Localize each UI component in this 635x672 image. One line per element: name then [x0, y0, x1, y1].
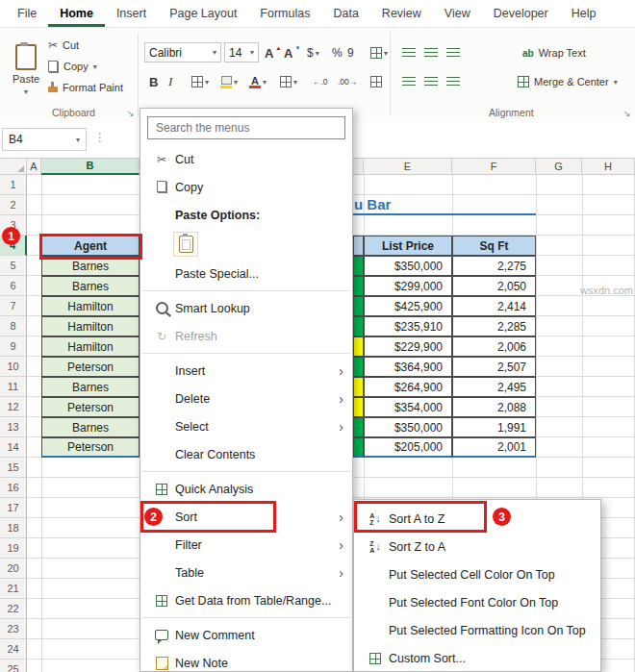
row-header-12[interactable]: 12 [0, 397, 27, 417]
paste-button[interactable]: Paste ▾ [6, 33, 46, 108]
sort-submenu-item-custom-sort[interactable]: Custom Sort... [354, 644, 600, 672]
merge-borders-button[interactable]: ▾ [277, 71, 300, 92]
cell-sqft: 2,050 [452, 276, 536, 296]
context-menu-item-smart-lookup[interactable]: Smart Lookup [140, 294, 352, 322]
borders-button[interactable]: ▾ [189, 71, 212, 92]
row-header-7[interactable]: 7 [0, 296, 27, 316]
sort-submenu-item-put-selected-font-color-on-top[interactable]: Put Selected Font Color On Top [354, 588, 600, 616]
row-header-5[interactable]: 5 [0, 256, 27, 276]
font-size-select[interactable]: 14 ▾ [224, 42, 259, 62]
tab-formulas[interactable]: Formulas [248, 0, 321, 27]
highlight-box-agent-cell [39, 234, 142, 260]
tab-data[interactable]: Data [321, 0, 369, 27]
align-left-button[interactable] [399, 71, 419, 92]
column-header-b[interactable]: B [41, 158, 140, 175]
context-menu-item-paste-special[interactable]: Paste Special... [140, 260, 352, 287]
copy-button[interactable]: Copy ▾ [48, 56, 123, 77]
row-header-10[interactable]: 10 [0, 357, 27, 377]
decrease-font-size-button[interactable]: A▼ [281, 42, 303, 63]
row-header-14[interactable]: 14 [0, 437, 27, 458]
column-header-a[interactable]: A [27, 158, 41, 175]
row-header-20[interactable]: 20 [0, 559, 27, 579]
font-color-button[interactable]: A ▾ [246, 71, 269, 92]
fill-color-button[interactable]: ▾ [217, 71, 241, 92]
accounting-format-button[interactable]: $ ▾ [304, 42, 322, 63]
align-top-button[interactable] [399, 42, 419, 63]
context-menu-item-filter[interactable]: Filter› [140, 531, 352, 559]
context-menu-item-insert[interactable]: Insert› [140, 357, 352, 385]
context-menu-item-new-note[interactable]: New Note [140, 649, 352, 672]
sort-submenu-item-sort-z-to-a[interactable]: ZA↓Sort Z to A [354, 533, 600, 560]
percent-style-button[interactable]: % [329, 42, 345, 63]
context-menu-item-clear-contents[interactable]: Clear Contents [140, 440, 352, 468]
row-header-11[interactable]: 11 [0, 377, 27, 397]
align-bottom-button[interactable] [444, 42, 463, 63]
alignment-dialog-launcher[interactable]: ↘ [623, 109, 631, 118]
row-header-9[interactable]: 9 [0, 336, 27, 357]
row-header-15[interactable]: 15 [0, 458, 27, 478]
collapsed-group-button[interactable]: ▾ [368, 42, 391, 63]
menu-search[interactable] [147, 116, 345, 139]
tab-home[interactable]: Home [48, 0, 105, 27]
row-header-17[interactable]: 17 [0, 498, 27, 518]
context-menu-item-copy[interactable]: Copy [140, 173, 352, 201]
align-middle-button[interactable] [421, 42, 441, 63]
tab-view[interactable]: View [433, 0, 482, 27]
name-box[interactable]: B4 ▾ [2, 128, 87, 151]
decrease-decimal-button[interactable]: .00→ [335, 71, 360, 92]
clipboard-dialog-launcher[interactable]: ↘ [127, 109, 135, 118]
row-header-8[interactable]: 8 [0, 316, 27, 336]
column-header-e[interactable]: E [364, 158, 452, 175]
tab-file[interactable]: File [6, 0, 48, 27]
tab-insert[interactable]: Insert [105, 0, 158, 27]
name-box-resizer[interactable]: ⋮ [94, 131, 106, 144]
row-header-21[interactable]: 21 [0, 579, 27, 599]
sort-submenu-item-put-selected-cell-color-on-top[interactable]: Put Selected Cell Color On Top [354, 560, 600, 588]
sort-submenu-item-put-selected-formatting-icon-on-top[interactable]: Put Selected Formatting Icon On Top [354, 616, 600, 644]
context-menu-item-table[interactable]: Table› [140, 559, 352, 586]
context-menu-label: Cut [175, 153, 193, 166]
tab-developer[interactable]: Developer [482, 0, 560, 27]
wrap-text-button[interactable]: ab Wrap Text [522, 42, 586, 63]
context-menu-item-cut[interactable]: ✂Cut [140, 145, 352, 173]
context-menu-item-select[interactable]: Select› [140, 412, 352, 440]
row-header-24[interactable]: 24 [0, 639, 27, 660]
row-header-6[interactable]: 6 [0, 276, 27, 296]
row-header-23[interactable]: 23 [0, 619, 27, 639]
align-center-button[interactable] [421, 71, 441, 92]
row-header-22[interactable]: 22 [0, 599, 27, 619]
paste-option-paste-icon[interactable] [173, 232, 198, 257]
row-header-19[interactable]: 19 [0, 538, 27, 559]
row-header-25[interactable]: 25 [0, 660, 27, 672]
align-right-button[interactable] [444, 71, 463, 92]
paste-glyph [179, 236, 193, 253]
tab-help[interactable]: Help [560, 0, 608, 27]
format-painter-button[interactable]: Format Paint [48, 77, 123, 98]
align-top-icon [402, 48, 416, 58]
row-header-18[interactable]: 18 [0, 518, 27, 538]
bold-button[interactable]: B [146, 71, 161, 92]
row-header-16[interactable]: 16 [0, 478, 27, 498]
tab-review[interactable]: Review [370, 0, 433, 27]
tab-page-layout[interactable]: Page Layout [158, 0, 248, 27]
column-header-f[interactable]: F [452, 158, 536, 175]
merge-center-button[interactable]: Merge & Center ▾ [518, 71, 618, 92]
context-menu-item-delete[interactable]: Delete› [140, 385, 352, 412]
context-menu-item-quick-analysis[interactable]: Quick Analysis [140, 475, 352, 503]
column-header-g[interactable]: G [536, 158, 582, 175]
row-header-2[interactable]: 2 [0, 195, 27, 215]
eraser-button[interactable] [368, 71, 385, 92]
cut-button[interactable]: ✂ Cut [48, 35, 123, 56]
increase-decimal-button[interactable]: ←.0 [310, 71, 331, 92]
italic-button[interactable]: I [165, 71, 175, 92]
column-header-h[interactable]: H [582, 158, 635, 175]
comma-style-button[interactable]: 9 [344, 42, 357, 63]
context-menu-item-get-data-from-table-range[interactable]: Get Data from Table/Range... [140, 586, 352, 614]
select-all-corner[interactable] [0, 158, 27, 175]
row-header-13[interactable]: 13 [0, 417, 27, 437]
font-name-select[interactable]: Calibri ▾ [144, 42, 221, 62]
row-header-1[interactable]: 1 [0, 175, 27, 195]
context-menu-item-new-comment[interactable]: New Comment [140, 621, 352, 649]
column-header-d-sliver[interactable] [353, 158, 364, 175]
menu-search-input[interactable] [154, 120, 339, 136]
